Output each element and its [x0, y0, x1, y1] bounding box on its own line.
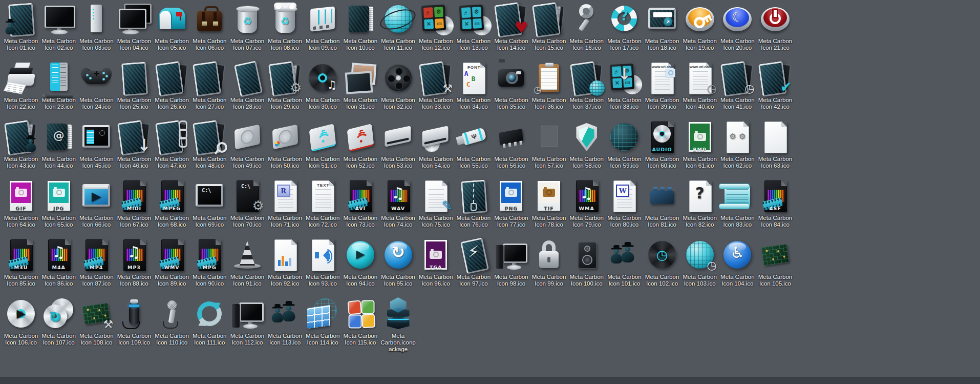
file-item[interactable]: Meta Carbon Icon 24.ico — [77, 62, 115, 110]
file-item[interactable]: ♬⚙✕▭Meta Carbon Icon 12.ico — [417, 3, 455, 51]
file-item[interactable]: ♫M4AMeta Carbon Icon 86.ico — [40, 238, 78, 287]
file-item[interactable]: Meta Carbon Icon 63.ico — [756, 120, 794, 169]
file-item[interactable]: ♫MP3Meta Carbon Icon 88.ico — [115, 238, 153, 287]
file-item[interactable]: AUDIOMeta Carbon Icon 60.ico — [643, 120, 681, 169]
file-item[interactable]: Meta Carbon Icon 50.ico — [266, 120, 304, 169]
file-item[interactable]: Meta Carbon Icon 93.ico — [304, 238, 342, 287]
file-item[interactable]: ▶Meta Carbon Icon 106.ico — [2, 297, 40, 346]
file-item[interactable]: Meta Carbon Icon 31.ico — [342, 62, 379, 110]
file-item[interactable]: Meta Carbon Icon 99.ico — [530, 238, 568, 287]
file-item[interactable]: Meta Carbon Icon 100.ico — [568, 238, 606, 287]
file-item[interactable]: Meta Carbon Icon 81.ico — [643, 179, 681, 228]
file-item[interactable]: Meta Carbon Icon 59.ico — [605, 120, 643, 169]
file-item[interactable]: WMeta Carbon Icon 80.ico — [605, 179, 643, 228]
file-item[interactable]: ▶Meta Carbon Icon 66.ico — [77, 179, 115, 228]
file-item[interactable]: Meta Carbon Icon 02.ico — [40, 3, 78, 51]
file-item[interactable]: Meta Carbon Icon 47.ico — [153, 120, 191, 169]
file-item[interactable]: Meta Carbon Icon 48.ico — [190, 120, 228, 169]
file-item[interactable]: Meta Carbon Icon 37.ico — [568, 62, 606, 110]
file-item[interactable]: MIDIMeta Carbon Icon 67.ico — [115, 179, 153, 228]
file-item[interactable]: Meta Carbon Icon 112.ico — [228, 297, 266, 346]
file-item[interactable]: Meta Carbon Icon 49.ico — [228, 120, 266, 169]
file-item[interactable]: Meta Carbon Icon 25.ico — [115, 62, 153, 110]
file-item[interactable]: ✔Meta Carbon Icon 42.ico — [756, 62, 794, 110]
file-item[interactable]: Meta Carbon Icon 28.ico — [228, 62, 266, 110]
file-item[interactable]: Meta Carbon Icon 76.ico — [455, 179, 493, 228]
file-item[interactable]: RMeta Carbon Icon 71.ico — [266, 179, 304, 228]
file-item[interactable]: Meta Carbon Icon 04.ico — [115, 3, 153, 51]
file-item[interactable]: FONTABCMeta Carbon Icon 34.ico — [455, 62, 493, 110]
file-item[interactable]: Meta Carbon Icon 92.ico — [266, 238, 304, 287]
file-item[interactable]: ⚒Meta Carbon Icon 108.ico — [77, 297, 115, 346]
file-item[interactable]: ☾Meta Carbon Icon 20.ico — [718, 3, 756, 51]
file-item[interactable]: ASFMeta Carbon Icon 84.ico — [756, 179, 794, 228]
file-item[interactable]: Meta Carbon Icon 21.ico — [756, 3, 794, 51]
file-item[interactable]: Meta Carbon Icon 53.ico — [379, 120, 417, 169]
file-item[interactable]: Meta Carbon Icon 32.ico — [379, 62, 417, 110]
file-item[interactable]: Meta Carbon Icon 57.ico — [530, 120, 568, 169]
file-item[interactable]: WMVMeta Carbon Icon 89.ico — [153, 238, 191, 287]
file-item[interactable]: Meta Carbon Icon 09.ico — [304, 3, 342, 51]
file-item[interactable]: ♻Meta Carbon Icon 07.ico — [228, 3, 266, 51]
file-item[interactable]: ♬⚙✕▭↓Meta Carbon Icon 38.ico — [605, 62, 643, 110]
file-item[interactable]: Meta Carbon Icon 114.ico — [304, 297, 342, 346]
file-item[interactable]: AVIMeta Carbon Icon 73.ico — [342, 179, 379, 228]
file-item[interactable]: JPGMeta Carbon Icon 65.ico — [40, 179, 78, 228]
file-item[interactable]: Meta Carbon Icon 54.ico — [417, 120, 455, 169]
file-item[interactable]: ↓Meta Carbon Icon 46.ico — [115, 120, 153, 169]
file-item[interactable]: ΨMeta Carbon Icon 55.ico — [455, 120, 493, 169]
file-item[interactable]: Meta Carbon Icon 11.ico — [379, 3, 417, 51]
file-item[interactable]: ♿Meta Carbon Icon 104.ico — [718, 238, 756, 287]
file-item[interactable]: Meta Carbon Icon 110.ico — [153, 297, 191, 346]
file-item[interactable]: MP4Meta Carbon Icon 87.ico — [77, 238, 115, 287]
file-item[interactable]: ↻Meta Carbon Icon 95.ico — [379, 238, 417, 287]
file-item[interactable]: C:\⚙Meta Carbon Icon 70.ico — [228, 179, 266, 228]
file-item[interactable]: ♬⚙✕▭Meta Carbon Icon 13.ico — [455, 3, 493, 51]
file-item[interactable]: Meta Carbon Icon 83.ico — [718, 179, 756, 228]
file-item[interactable]: ✎Meta Carbon Icon 75.ico — [417, 179, 455, 228]
file-item[interactable]: ?Meta Carbon Icon 82.ico — [681, 179, 719, 228]
file-item[interactable]: MPEGMeta Carbon Icon 68.ico — [153, 179, 191, 228]
file-item[interactable]: Meta Carbon Icon 05.ico — [153, 3, 191, 51]
file-item[interactable]: Meta Carbon Icon 105.ico — [756, 238, 794, 287]
file-item[interactable]: ↻Meta Carbon Icon 107.ico — [40, 297, 78, 346]
file-item[interactable]: Meta Carbon Icon 111.ico — [190, 297, 228, 346]
file-item[interactable]: ⚡Meta Carbon Icon 97.ico — [455, 238, 493, 287]
file-item[interactable]: ◷Meta Carbon Icon 41.ico — [718, 62, 756, 110]
file-item[interactable]: M3UMeta Carbon Icon 85.ico — [2, 238, 40, 287]
file-item[interactable]: TEXTMeta Carbon Icon 72.ico — [304, 179, 342, 228]
file-item[interactable]: Meta Carbon Icon 113.ico — [266, 297, 304, 346]
file-item[interactable]: Meta Carbon Icon 101.ico — [605, 238, 643, 287]
file-item[interactable]: ◷Meta Carbon Icon 102.ico — [643, 238, 681, 287]
file-item[interactable]: Meta Carbon Icon 45.ico — [77, 120, 115, 169]
file-item[interactable]: Meta Carbon Icon 15.ico — [530, 3, 568, 51]
file-item[interactable]: PNGMeta Carbon Icon 77.ico — [492, 179, 530, 228]
file-item[interactable]: ♥Meta Carbon Icon 14.ico — [492, 3, 530, 51]
file-item[interactable]: Meta Carbon Icon 43.ico — [2, 120, 40, 169]
file-item[interactable]: ◷Meta Carbon Icon 103.ico — [681, 238, 719, 287]
file-item[interactable]: Meta Carbon Icon 91.ico — [228, 238, 266, 287]
file-item[interactable]: Meta Carbon Icon 23.ico — [40, 62, 78, 110]
file-item[interactable]: TIFMeta Carbon Icon 78.ico — [530, 179, 568, 228]
file-item[interactable]: BMPMeta Carbon Icon 61.ico — [681, 120, 719, 169]
file-item[interactable]: Meta Carbon Icon 35.ico — [492, 62, 530, 110]
file-item[interactable]: Meta Carbon Icon 26.ico — [153, 62, 191, 110]
file-item[interactable]: Meta Carbon Icon 01.ico — [2, 3, 40, 51]
file-item[interactable]: ▶Meta Carbon Icon 94.ico — [342, 238, 379, 287]
file-item[interactable]: Meta Carbon Icon 56.ico — [492, 120, 530, 169]
file-item[interactable]: TGAMeta Carbon Icon 96.ico — [417, 238, 455, 287]
file-item[interactable]: Meta Carbon Icon 10.ico — [342, 3, 379, 51]
file-item[interactable]: ➔Meta Carbon Icon 18.ico — [643, 3, 681, 51]
file-item[interactable]: Meta Carbon Icon 51.ico — [304, 120, 342, 169]
file-item[interactable]: Meta Carbon Icon 27.ico — [190, 62, 228, 110]
file-item[interactable]: C:\Meta Carbon Icon 69.ico — [190, 179, 228, 228]
file-item[interactable]: Meta Carbon Icon 06.ico — [190, 3, 228, 51]
file-item[interactable]: Meta Carbon Icon 16.ico — [568, 3, 606, 51]
file-item[interactable]: ♫WAVMeta Carbon Icon 74.ico — [379, 179, 417, 228]
file-item[interactable]: ⚙ ⚙Meta Carbon Icon 62.ico — [718, 120, 756, 169]
file-item[interactable]: ?Meta Carbon Icon 17.ico — [605, 3, 643, 51]
file-item[interactable]: www.url.comMeta Carbon Icon 39.ico — [643, 62, 681, 110]
file-item[interactable]: Meta Carbon Icon 22.ico — [2, 62, 40, 110]
file-item[interactable]: ⚒Meta Carbon Icon 33.ico — [417, 62, 455, 110]
file-item[interactable]: Meta Carbon Icon 58.ico — [568, 120, 606, 169]
